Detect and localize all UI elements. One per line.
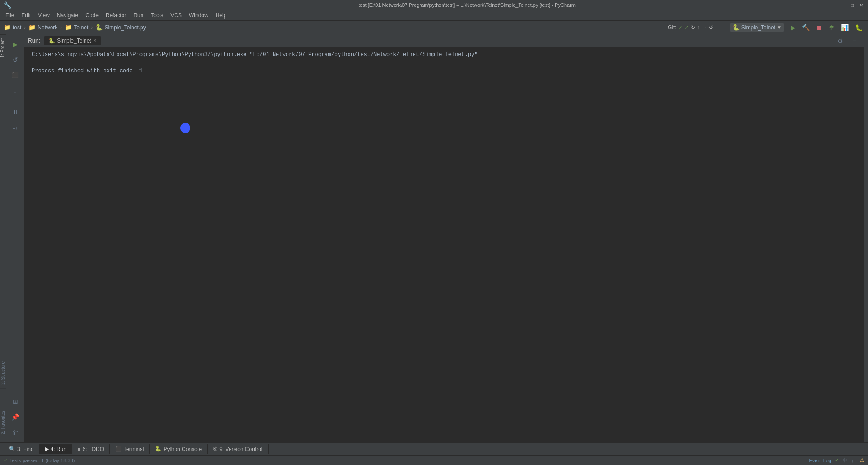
run-tab-name: Simple_Telnet	[57, 38, 91, 44]
breadcrumb-network[interactable]: 📁 Network	[28, 24, 57, 31]
tab-version-control-label: 9: Version Control	[219, 446, 262, 452]
breadcrumb-file[interactable]: 🐍 Simple_Telnet.py	[95, 24, 146, 31]
breadcrumb-sep-1: ›	[24, 24, 26, 31]
menu-file[interactable]: File	[2, 11, 18, 20]
run-tool-pause[interactable]: ⏸	[9, 106, 22, 119]
terminal-icon: ⬛	[115, 446, 122, 452]
breadcrumb-label-file: Simple_Telnet.py	[104, 24, 146, 31]
breadcrumb-telnet[interactable]: 📁 Telnet	[65, 24, 88, 31]
output-line-3: Process finished with exit code -1	[32, 67, 857, 75]
breadcrumb-sep-3: ›	[91, 24, 93, 31]
run-button[interactable]: ▶	[789, 23, 797, 32]
run-settings-icon[interactable]: ⚙	[834, 34, 846, 47]
run-config-dropdown-icon: ▼	[777, 25, 782, 30]
menu-help[interactable]: Help	[212, 11, 231, 20]
menu-navigate[interactable]: Navigate	[53, 11, 82, 20]
menu-window[interactable]: Window	[185, 11, 212, 20]
minimize-button[interactable]: −	[840, 2, 846, 8]
status-icon-warning[interactable]: ⚠	[860, 457, 864, 463]
git-push-icon[interactable]: ↑	[697, 24, 700, 31]
menu-code[interactable]: Code	[82, 11, 102, 20]
debug-button[interactable]: 🐛	[853, 23, 864, 32]
close-button[interactable]: ✕	[858, 2, 864, 8]
sidebar-tab-favorites[interactable]: 2: Favorites	[0, 407, 6, 438]
breadcrumb-label-network: Network	[38, 24, 57, 31]
run-tab-header: Run: 🐍 Simple_Telnet ✕ ⚙ −	[24, 34, 864, 47]
tab-todo-label: 6: TODO	[82, 446, 104, 452]
tab-find[interactable]: 🔍 3: Find	[4, 444, 40, 454]
breadcrumb-label-telnet: Telnet	[74, 24, 88, 31]
find-icon: 🔍	[9, 446, 15, 452]
git-section: Git: ✓ ✓ ↻ ↑ → ↺	[668, 24, 713, 31]
folder-icon-3: 📁	[65, 24, 72, 31]
run-tool-layout[interactable]: ⊞	[9, 395, 22, 408]
tab-todo[interactable]: ≡ 6: TODO	[72, 444, 110, 454]
run-tool-trash[interactable]: 🗑	[9, 426, 22, 439]
bottom-tabs-bar: 🔍 3: Find ▶ 4: Run ≡ 6: TODO ⬛ Terminal …	[0, 442, 868, 455]
stop-button[interactable]: ⏹	[814, 23, 824, 32]
version-control-icon: ⑨	[213, 446, 217, 452]
run-config-display: 🐍 Simple_Telnet ▼	[730, 23, 784, 32]
status-icon-sync[interactable]: ↓↑	[851, 458, 856, 463]
run-minimize-icon[interactable]: −	[848, 34, 861, 47]
menu-edit[interactable]: Edit	[18, 11, 34, 20]
run-tab-simple-telnet[interactable]: 🐍 Simple_Telnet ✕	[44, 36, 101, 45]
sidebar-tab-structure[interactable]: 2: Structure	[0, 358, 6, 389]
run-output[interactable]: C:\Users\singvis\AppData\Local\Programs\…	[24, 47, 864, 442]
todo-icon: ≡	[78, 446, 80, 452]
menu-refactor[interactable]: Refactor	[102, 11, 130, 20]
folder-icon: 📁	[4, 24, 11, 31]
run-tool-strip: ▶ ↺ ⬛ ↓ ⏸ ≡↓ ⊞ 📌 🗑	[6, 34, 24, 442]
output-line-1: C:\Users\singvis\AppData\Local\Programs\…	[32, 51, 857, 59]
run-tool-stop[interactable]: ⬛	[9, 69, 22, 81]
window-title: test [E:\01 Network\07 Program\python\te…	[94, 2, 840, 8]
test-status: ✓ Tests passed: 1 (today 18:38)	[4, 457, 75, 463]
tab-terminal[interactable]: ⬛ Terminal	[110, 444, 150, 454]
menu-run[interactable]: Run	[130, 11, 147, 20]
tab-python-console-label: Python Console	[163, 446, 202, 452]
run-tab-icon: 🐍	[48, 38, 55, 44]
tab-terminal-label: Terminal	[123, 446, 144, 452]
status-left: ✓ Tests passed: 1 (today 18:38)	[4, 457, 75, 463]
run-header-right: ⚙ −	[834, 34, 861, 47]
run-icon: ▶	[45, 446, 49, 452]
git-check-icon-2[interactable]: ✓	[684, 24, 689, 31]
breadcrumb-label-test: test	[13, 24, 21, 31]
title-bar: 🔧 test [E:\01 Network\07 Program\python\…	[0, 0, 868, 10]
test-status-text: Tests passed: 1 (today 18:38)	[9, 458, 75, 463]
git-sync-icon[interactable]: ↻	[691, 24, 695, 31]
menu-bar: File Edit View Navigate Code Refactor Ru…	[0, 10, 868, 21]
run-config-selector[interactable]: 🐍 Simple_Telnet ▼	[728, 22, 786, 33]
run-label: Run:	[28, 38, 40, 44]
maximize-button[interactable]: □	[849, 2, 855, 8]
status-icon-check[interactable]: ✓	[835, 457, 839, 463]
folder-icon-2: 📁	[28, 24, 36, 31]
status-right: Event Log ✓ 中 ↓↑ ⚠	[809, 457, 864, 464]
coverage-button[interactable]: ☂	[827, 23, 836, 32]
run-tool-scroll-end[interactable]: ↓	[9, 84, 22, 97]
run-tool-pin[interactable]: 📌	[9, 411, 22, 423]
sidebar-tab-project[interactable]: 1: Project	[0, 34, 6, 61]
git-check-icon[interactable]: ✓	[678, 24, 683, 31]
scrollbar-right[interactable]	[864, 34, 868, 442]
tab-version-control[interactable]: ⑨ 9: Version Control	[208, 444, 268, 454]
git-revert-icon[interactable]: ↺	[709, 24, 713, 31]
output-line-2	[32, 59, 857, 67]
git-arrow-icon[interactable]: →	[702, 24, 707, 31]
tab-python-console[interactable]: 🐍 Python Console	[150, 444, 208, 454]
menu-vcs[interactable]: VCS	[167, 11, 185, 20]
run-tool-play[interactable]: ▶	[9, 38, 22, 51]
status-icon-chinese[interactable]: 中	[843, 457, 848, 464]
breadcrumb-bar: 📁 test › 📁 Network › 📁 Telnet › 🐍 Simple…	[0, 21, 868, 34]
python-console-icon: 🐍	[155, 446, 161, 452]
run-tool-step[interactable]: ≡↓	[9, 121, 22, 134]
menu-view[interactable]: View	[34, 11, 53, 20]
build-button[interactable]: 🔨	[800, 23, 811, 32]
run-tool-rerun[interactable]: ↺	[9, 53, 22, 66]
event-log-link[interactable]: Event Log	[809, 458, 831, 463]
breadcrumb-test[interactable]: 📁 test	[4, 24, 21, 31]
menu-tools[interactable]: Tools	[147, 11, 167, 20]
profile-button[interactable]: 📊	[839, 23, 850, 32]
tab-run[interactable]: ▶ 4: Run	[40, 444, 72, 454]
run-tab-close-button[interactable]: ✕	[93, 38, 97, 43]
